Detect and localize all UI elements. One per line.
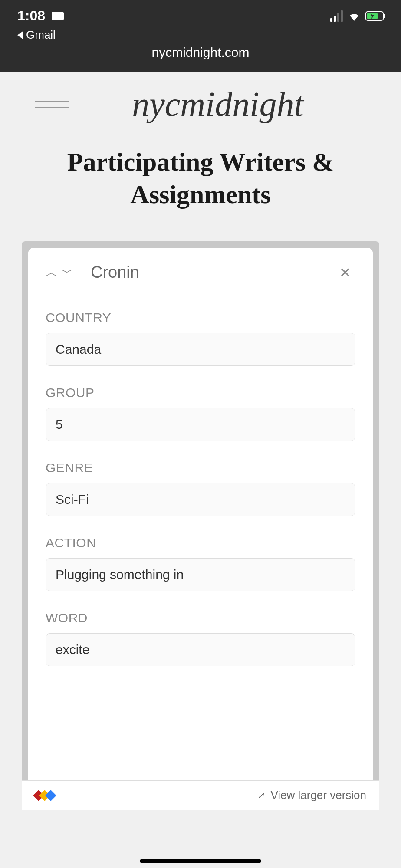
nav-arrows: ︿ ﹀ xyxy=(46,264,73,281)
status-left: 1:08 xyxy=(17,8,64,24)
airtable-logo-icon[interactable] xyxy=(35,792,55,799)
wifi-icon xyxy=(348,11,360,21)
embed-footer: ⤢ View larger version xyxy=(22,780,379,810)
field-word: WORD excite xyxy=(46,611,355,666)
field-value[interactable]: excite xyxy=(46,633,355,666)
page-content: nycmidnight Participating Writers & Assi… xyxy=(0,72,401,810)
chevron-up-icon[interactable]: ︿ xyxy=(46,264,58,281)
field-value[interactable]: Canada xyxy=(46,333,355,366)
cellular-signal-icon xyxy=(330,10,343,22)
record-card: ︿ ﹀ Cronin ✕ COUNTRY Canada GROUP 5 GENR… xyxy=(28,248,373,803)
status-bar: 1:08 Gmail nycmidnight.com xyxy=(0,0,401,72)
field-label: GENRE xyxy=(46,460,355,475)
record-body[interactable]: COUNTRY Canada GROUP 5 GENRE Sci-Fi ACTI… xyxy=(28,297,373,803)
status-right xyxy=(330,10,384,22)
close-icon[interactable]: ✕ xyxy=(335,264,355,281)
view-larger-label: View larger version xyxy=(270,789,366,802)
back-to-app[interactable]: Gmail xyxy=(17,28,384,42)
expand-icon: ⤢ xyxy=(257,790,265,801)
site-header: nycmidnight xyxy=(0,85,401,124)
battery-icon xyxy=(365,11,384,21)
alarm-icon xyxy=(52,12,64,20)
view-larger-button[interactable]: ⤢ View larger version xyxy=(257,789,366,802)
time: 1:08 xyxy=(17,8,45,24)
field-genre: GENRE Sci-Fi xyxy=(46,460,355,516)
field-value[interactable]: Sci-Fi xyxy=(46,483,355,516)
page-title: Participating Writers & Assignments xyxy=(0,124,401,228)
site-logo[interactable]: nycmidnight xyxy=(69,85,366,124)
browser-url[interactable]: nycmidnight.com xyxy=(17,45,384,60)
field-action: ACTION Plugging something in xyxy=(46,536,355,591)
field-value[interactable]: 5 xyxy=(46,408,355,441)
chevron-left-icon xyxy=(17,31,23,39)
field-label: COUNTRY xyxy=(46,310,355,325)
field-group: GROUP 5 xyxy=(46,385,355,441)
back-app-label: Gmail xyxy=(26,28,56,42)
home-indicator[interactable] xyxy=(140,859,261,863)
menu-icon[interactable] xyxy=(35,101,69,108)
record-name: Cronin xyxy=(91,263,326,282)
record-header: ︿ ﹀ Cronin ✕ xyxy=(28,248,373,297)
field-label: WORD xyxy=(46,611,355,625)
field-label: GROUP xyxy=(46,385,355,400)
chevron-down-icon[interactable]: ﹀ xyxy=(61,264,73,281)
status-top: 1:08 xyxy=(17,0,384,24)
field-value[interactable]: Plugging something in xyxy=(46,558,355,591)
field-country: COUNTRY Canada xyxy=(46,310,355,366)
embed-container: ︿ ﹀ Cronin ✕ COUNTRY Canada GROUP 5 GENR… xyxy=(22,241,379,810)
field-label: ACTION xyxy=(46,536,355,550)
